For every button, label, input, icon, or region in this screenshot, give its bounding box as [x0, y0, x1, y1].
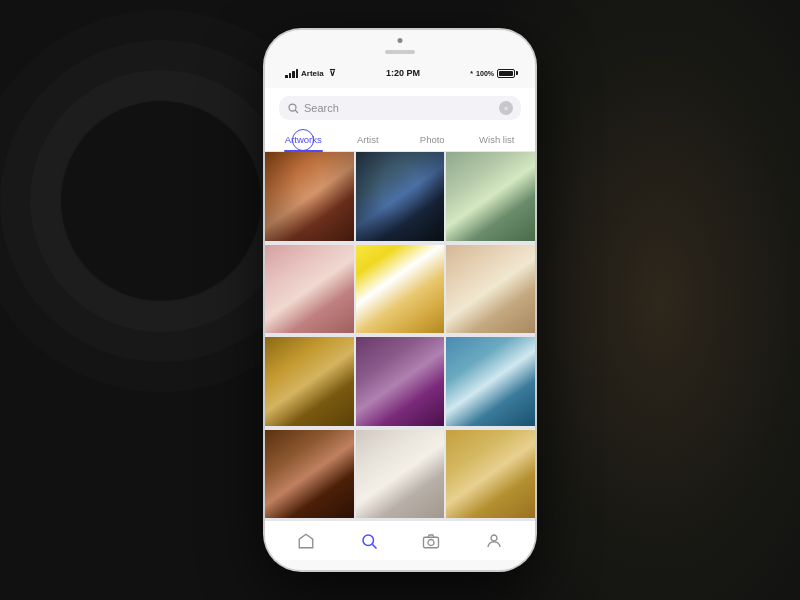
artworks-grid — [265, 152, 535, 520]
status-right: * 100% — [470, 69, 515, 78]
carrier-name: Arteia — [301, 69, 324, 78]
search-bar-container: Search × — [265, 88, 535, 128]
phone-frame: Arteia ⊽ 1:20 PM * 100% Search × — [265, 30, 535, 570]
svg-line-3 — [372, 544, 376, 548]
tab-wishlist-label: Wish list — [479, 134, 514, 145]
signal-bar-4 — [296, 69, 299, 78]
tab-artworks-label: Artworks — [285, 134, 322, 145]
status-time: 1:20 PM — [386, 68, 420, 78]
artwork-cell[interactable] — [356, 430, 445, 519]
svg-point-5 — [428, 539, 434, 545]
battery-fill — [499, 71, 513, 76]
search-icon — [287, 102, 299, 114]
tab-artist[interactable]: Artist — [336, 128, 401, 151]
status-bar: Arteia ⊽ 1:20 PM * 100% — [265, 58, 535, 88]
person-icon — [485, 532, 503, 550]
nav-search[interactable] — [352, 528, 386, 554]
search-nav-icon — [360, 532, 378, 550]
home-icon — [297, 532, 315, 550]
artwork-cell[interactable] — [265, 430, 354, 519]
speaker-slot — [385, 50, 415, 54]
tab-artist-label: Artist — [357, 134, 379, 145]
battery-percent: 100% — [476, 70, 494, 77]
camera-dot — [398, 38, 403, 43]
artwork-cell[interactable] — [356, 152, 445, 241]
status-left: Arteia ⊽ — [285, 68, 336, 78]
phone-screen: Search × Artworks Artist Photo Wish list — [265, 88, 535, 560]
search-bar[interactable]: Search × — [279, 96, 521, 120]
svg-point-0 — [289, 104, 296, 111]
nav-profile[interactable] — [477, 528, 511, 554]
wifi-icon: ⊽ — [329, 68, 336, 78]
nav-home[interactable] — [289, 528, 323, 554]
artwork-cell[interactable] — [265, 152, 354, 241]
tab-photo[interactable]: Photo — [400, 128, 465, 151]
tab-wishlist[interactable]: Wish list — [465, 128, 530, 151]
artwork-cell[interactable] — [446, 337, 535, 426]
battery-icon — [497, 69, 515, 78]
phone-top-area — [265, 30, 535, 58]
tabs-row: Artworks Artist Photo Wish list — [265, 128, 535, 152]
signal-bar-2 — [289, 73, 292, 78]
artwork-cell[interactable] — [446, 152, 535, 241]
search-clear-button[interactable]: × — [499, 101, 513, 115]
artwork-cell[interactable] — [356, 245, 445, 334]
nav-camera[interactable] — [414, 528, 448, 554]
signal-bar-3 — [292, 71, 295, 78]
signal-bar-1 — [285, 75, 288, 78]
svg-line-1 — [295, 110, 298, 113]
svg-point-2 — [363, 535, 374, 546]
tab-artworks[interactable]: Artworks — [271, 128, 336, 151]
camera-icon — [422, 532, 440, 550]
artwork-cell[interactable] — [446, 430, 535, 519]
artwork-cell[interactable] — [446, 245, 535, 334]
signal-bars — [285, 69, 298, 78]
artwork-cell[interactable] — [356, 337, 445, 426]
tab-photo-label: Photo — [420, 134, 445, 145]
artwork-cell[interactable] — [265, 337, 354, 426]
svg-point-6 — [491, 535, 497, 541]
clear-icon: × — [504, 104, 509, 113]
phone-bottom-area — [265, 560, 535, 570]
bottom-nav — [265, 520, 535, 560]
artwork-cell[interactable] — [265, 245, 354, 334]
bluetooth-icon: * — [470, 70, 473, 77]
search-placeholder[interactable]: Search — [304, 102, 494, 114]
